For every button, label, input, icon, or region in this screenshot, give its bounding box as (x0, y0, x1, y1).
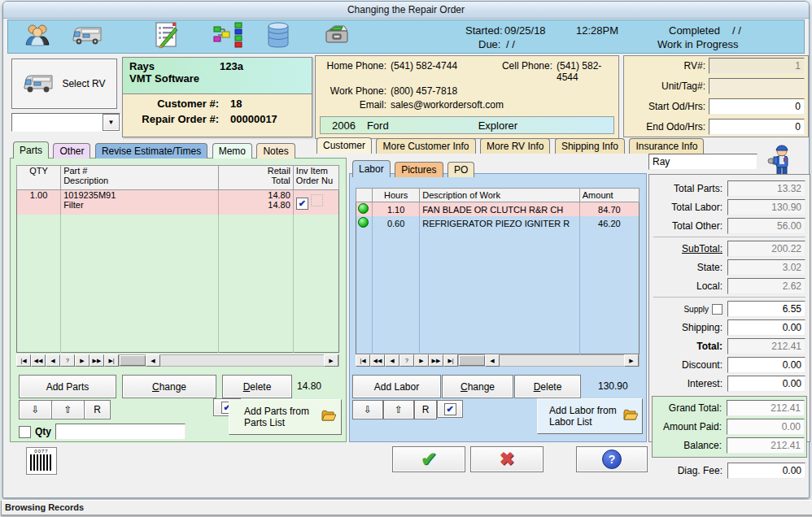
parts-hscroll-right[interactable]: ▶ (324, 354, 338, 367)
labor-nav-first[interactable]: |◀ (356, 354, 370, 367)
parts-nav-search[interactable]: ? (60, 354, 75, 367)
parts-nav-last[interactable]: ▶| (104, 354, 119, 367)
inv-item-checkbox[interactable]: ✔ (296, 198, 308, 210)
labor-delete-button[interactable]: Delete (514, 375, 581, 398)
labor-hscroll-left[interactable]: ◀ (485, 354, 500, 367)
select-rv-button[interactable]: Select RV (11, 59, 117, 109)
labor-row-1[interactable]: 0.60 REFRIGERATOR PIEZO IGNITER R 46.20 (356, 216, 640, 230)
labor-hscrollbar[interactable]: ◀ ▶ (458, 354, 640, 367)
parts-nav-next[interactable]: ▶ (75, 354, 89, 367)
database-button[interactable] (264, 23, 293, 50)
labor-nav-next[interactable]: ▶ (414, 354, 429, 367)
parts-row-0[interactable]: 1.00 1019235M91 Filter 14.80 14.80 ✔ (17, 190, 339, 215)
diag-fee-field[interactable]: 0.00 (727, 463, 805, 479)
labor-move-up-button[interactable]: ⇧ (383, 400, 414, 419)
labor-listmode-checkbox[interactable]: ✔ (444, 403, 456, 415)
unit-tag-field[interactable] (709, 78, 805, 94)
repair-order-window: Changing the Repair Order (2, 1, 810, 498)
shipping-field[interactable]: 0.00 (727, 319, 805, 336)
labor-move-down-button[interactable]: ⇩ (352, 400, 383, 419)
labor-hscroll-thumb[interactable] (459, 355, 485, 366)
labor-section-tabs: Labor Pictures PO (352, 160, 475, 177)
tab-labor[interactable]: Labor (352, 160, 391, 177)
parts-hscroll-left[interactable]: ◀ (146, 354, 160, 367)
parts-nav-next-page[interactable]: ▶▶ (89, 354, 104, 367)
barcode-button[interactable]: 0077 (26, 447, 57, 475)
labor-status-dot (358, 217, 369, 228)
help-button[interactable]: ? (576, 446, 648, 472)
state-tax-field: 3.02 (727, 259, 805, 276)
tab-parts[interactable]: Parts (13, 141, 49, 159)
qty-input[interactable] (55, 424, 186, 440)
start-odometer-field[interactable]: 0 (709, 98, 805, 115)
end-odometer-field[interactable]: 0 (709, 119, 805, 135)
parts-nav-first[interactable]: |◀ (16, 354, 31, 367)
tab-pictures[interactable]: Pictures (395, 162, 443, 177)
col-qty: QTY (17, 166, 61, 190)
parts-nav-prev-page[interactable]: ◀◀ (31, 354, 46, 367)
question-mark-icon: ? (602, 450, 622, 469)
interest-field[interactable]: 0.00 (727, 376, 805, 392)
labor-nav-search[interactable]: ? (399, 354, 414, 367)
tab-revise-estimate[interactable]: Revise Estimate/Times (95, 143, 207, 159)
customer-name-area[interactable]: Rays 123a VMT Software (123, 58, 312, 94)
discount-field[interactable]: 0.00 (727, 357, 805, 373)
labor-nav-last[interactable]: ▶| (443, 354, 458, 367)
labor-listmode-toggle[interactable]: ✔ (437, 400, 463, 418)
labor-r-button[interactable]: R (414, 400, 437, 419)
tab-other[interactable]: Other (53, 143, 90, 159)
col-amount: Amount (579, 189, 639, 202)
labor-nav-next-page[interactable]: ▶▶ (429, 354, 443, 367)
rv-numbers-panel: RV#: 1 Unit/Tag#: Start Od/Hrs: 0 End Od… (623, 55, 809, 137)
parts-move-up-button[interactable]: ⇧ (51, 400, 85, 419)
customer-info-tabs: Customer More Customer Info More RV Info… (317, 137, 705, 154)
add-parts-from-list-button[interactable]: Add Parts from Parts List (229, 399, 342, 435)
cash-drawer-button[interactable] (322, 23, 351, 50)
app-screen: Changing the Repair Order (0, 0, 812, 517)
arrow-up-icon: ⇧ (63, 404, 72, 415)
parts-r-button[interactable]: R (84, 400, 111, 419)
cancel-button[interactable]: ✖ (470, 446, 544, 472)
tab-shipping-info[interactable]: Shipping Info (555, 138, 625, 154)
ok-button[interactable]: ✔ (392, 446, 465, 472)
parts-delete-button[interactable]: Delete (222, 375, 292, 398)
parts-nav-prev[interactable]: ◀ (46, 354, 60, 367)
window-titlebar[interactable]: Changing the Repair Order (3, 2, 809, 19)
tab-po[interactable]: PO (447, 162, 474, 177)
tab-memo[interactable]: Memo (212, 143, 252, 159)
tab-customer[interactable]: Customer (317, 137, 372, 154)
flowchart-button[interactable] (213, 23, 242, 50)
combobox-dropdown-button[interactable]: ▼ (103, 114, 120, 131)
add-labor-from-list-button[interactable]: Add Labor from Labor List (537, 398, 643, 434)
add-labor-button[interactable]: Add Labor (352, 375, 441, 398)
tab-more-customer-info[interactable]: More Customer Info (376, 138, 475, 154)
barcode-icon (30, 454, 53, 471)
checkmark-icon: ✔ (421, 448, 437, 471)
labor-nav-prev-page[interactable]: ◀◀ (370, 354, 385, 367)
qty-checkbox[interactable]: ✔ (19, 426, 31, 438)
labor-change-button[interactable]: Change (442, 375, 513, 398)
parts-move-down-button[interactable]: ⇩ (19, 400, 52, 419)
labor-nav-prev[interactable]: ◀ (385, 354, 399, 367)
tab-insurance-info[interactable]: Insurance Info (629, 138, 704, 154)
rv-combobox[interactable]: ▼ (11, 113, 120, 132)
technician-input[interactable]: Ray (648, 154, 757, 170)
parts-hscrollbar[interactable]: ◀ ▶ (119, 354, 339, 367)
supply-checkbox[interactable]: ✔ (712, 304, 723, 315)
rv-button[interactable] (73, 23, 103, 50)
parts-change-button[interactable]: Change (122, 375, 216, 398)
barcode-number: 0077 (34, 448, 48, 454)
customers-button[interactable] (23, 23, 52, 50)
labor-row-0[interactable]: 1.10 FAN BLADE OR CLUTCH R&R CH 84.70 (356, 202, 640, 217)
customer-identity-box: Rays 123a VMT Software Customer #: 18 Re… (122, 57, 312, 137)
vehicle-model: Explorer (478, 119, 517, 132)
vehicle-bar[interactable]: 2006 Ford Explorer (320, 116, 614, 134)
labor-hscroll-right[interactable]: ▶ (624, 354, 639, 367)
supply-field[interactable]: 6.55 (727, 301, 805, 317)
tab-more-rv-info[interactable]: More RV Info (480, 138, 550, 154)
add-parts-button[interactable]: Add Parts (19, 375, 116, 398)
inv-item-checkbox-2[interactable] (311, 194, 323, 206)
tab-notes[interactable]: Notes (256, 143, 295, 159)
work-order-button[interactable] (151, 23, 181, 50)
parts-hscroll-thumb[interactable] (120, 355, 146, 366)
